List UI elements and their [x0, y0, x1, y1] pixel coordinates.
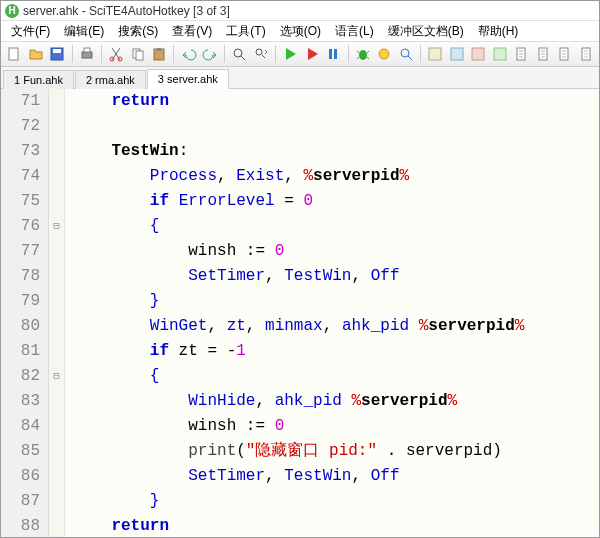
code-line[interactable]: return [65, 514, 599, 538]
menu-item[interactable]: 工具(T) [220, 21, 271, 42]
menu-item[interactable]: 文件(F) [5, 21, 56, 42]
code-line[interactable]: TestWin: [65, 139, 599, 164]
code-line[interactable]: return [65, 89, 599, 114]
code-line[interactable]: SetTimer, TestWin, Off [65, 264, 599, 289]
menu-item[interactable]: 选项(O) [274, 21, 327, 42]
svg-rect-0 [9, 48, 18, 60]
debug-bug-icon[interactable] [354, 44, 373, 64]
line-number: 80 [1, 314, 48, 339]
svg-rect-19 [451, 48, 463, 60]
find-icon[interactable] [230, 44, 249, 64]
replace-icon[interactable] [252, 44, 271, 64]
code-area[interactable]: return TestWin: Process, Exist, %serverp… [65, 89, 599, 538]
line-number: 85 [1, 439, 48, 464]
svg-rect-13 [329, 49, 332, 59]
svg-point-11 [234, 49, 242, 57]
code-line[interactable]: winsh := 0 [65, 414, 599, 439]
file-tab[interactable]: 3 server.ahk [147, 69, 229, 89]
undo-icon[interactable] [179, 44, 198, 64]
fold-marker [49, 239, 64, 264]
code-line[interactable]: { [65, 364, 599, 389]
line-number: 71 [1, 89, 48, 114]
fold-marker[interactable]: ⊟ [49, 214, 64, 239]
fold-marker[interactable]: ⊟ [49, 364, 64, 389]
window-title: server.ahk - SciTE4AutoHotkey [3 of 3] [23, 4, 230, 18]
b-icon[interactable] [447, 44, 466, 64]
line-number: 87 [1, 489, 48, 514]
copy-icon[interactable] [128, 44, 147, 64]
fold-marker [49, 464, 64, 489]
line-number: 88 [1, 514, 48, 538]
app-icon: H [5, 4, 19, 18]
a-icon[interactable] [426, 44, 445, 64]
toolbar [1, 41, 599, 67]
svg-point-12 [256, 49, 262, 55]
code-line[interactable]: if ErrorLevel = 0 [65, 189, 599, 214]
line-number: 82 [1, 364, 48, 389]
line-number: 73 [1, 139, 48, 164]
run-red-icon[interactable] [303, 44, 322, 64]
paste-icon[interactable] [150, 44, 169, 64]
svg-rect-4 [84, 48, 90, 52]
menu-item[interactable]: 编辑(E) [58, 21, 110, 42]
window-titlebar: H server.ahk - SciTE4AutoHotkey [3 of 3] [1, 1, 599, 21]
open-icon[interactable] [27, 44, 46, 64]
code-line[interactable]: WinGet, zt, minmax, ahk_pid %serverpid% [65, 314, 599, 339]
menu-item[interactable]: 帮助(H) [472, 21, 525, 42]
svg-rect-8 [136, 51, 143, 60]
run-green-icon[interactable] [281, 44, 300, 64]
line-number: 77 [1, 239, 48, 264]
fold-marker [49, 489, 64, 514]
code-editor[interactable]: 71727374757677787980818283848586878889 ⊟… [1, 89, 599, 538]
fold-marker [49, 189, 64, 214]
save-icon[interactable] [48, 44, 67, 64]
fold-marker [49, 389, 64, 414]
code-line[interactable]: print("隐藏窗口 pid:" . serverpid) [65, 439, 599, 464]
svg-point-16 [379, 49, 389, 59]
cut-icon[interactable] [107, 44, 126, 64]
menu-item[interactable]: 查看(V) [166, 21, 218, 42]
code-line[interactable]: } [65, 289, 599, 314]
fold-marker [49, 339, 64, 364]
svg-point-17 [401, 49, 409, 57]
toolbar-separator [224, 45, 225, 63]
menu-item[interactable]: 缓冲区文档(B) [382, 21, 470, 42]
menu-item[interactable]: 语言(L) [329, 21, 380, 42]
fold-marker [49, 89, 64, 114]
fold-marker [49, 114, 64, 139]
c-icon[interactable] [469, 44, 488, 64]
code-line[interactable]: SetTimer, TestWin, Off [65, 464, 599, 489]
toolbar-separator [348, 45, 349, 63]
doc3-icon[interactable] [555, 44, 574, 64]
doc4-icon[interactable] [576, 44, 595, 64]
svg-rect-2 [53, 49, 61, 53]
toolbar-separator [72, 45, 73, 63]
code-line[interactable]: WinHide, ahk_pid %serverpid% [65, 389, 599, 414]
toolbar-separator [173, 45, 174, 63]
svg-rect-21 [494, 48, 506, 60]
step-icon[interactable] [375, 44, 394, 64]
code-line[interactable]: } [65, 489, 599, 514]
svg-rect-14 [334, 49, 337, 59]
doc1-icon[interactable] [512, 44, 531, 64]
file-tab[interactable]: 2 rma.ahk [75, 70, 146, 89]
code-line[interactable] [65, 114, 599, 139]
code-line[interactable]: if zt = -1 [65, 339, 599, 364]
redo-icon[interactable] [201, 44, 220, 64]
line-number-gutter: 71727374757677787980818283848586878889 [1, 89, 49, 538]
code-line[interactable]: { [65, 214, 599, 239]
doc2-icon[interactable] [533, 44, 552, 64]
new-icon[interactable] [5, 44, 24, 64]
print-icon[interactable] [77, 44, 96, 64]
svg-rect-20 [472, 48, 484, 60]
file-tab[interactable]: 1 Fun.ahk [3, 70, 74, 89]
d-icon[interactable] [490, 44, 509, 64]
code-line[interactable]: Process, Exist, %serverpid% [65, 164, 599, 189]
pause-icon[interactable] [324, 44, 343, 64]
code-line[interactable]: winsh := 0 [65, 239, 599, 264]
fold-column[interactable]: ⊟⊟ [49, 89, 65, 538]
line-number: 86 [1, 464, 48, 489]
zoom-icon[interactable] [397, 44, 416, 64]
menu-item[interactable]: 搜索(S) [112, 21, 164, 42]
line-number: 83 [1, 389, 48, 414]
